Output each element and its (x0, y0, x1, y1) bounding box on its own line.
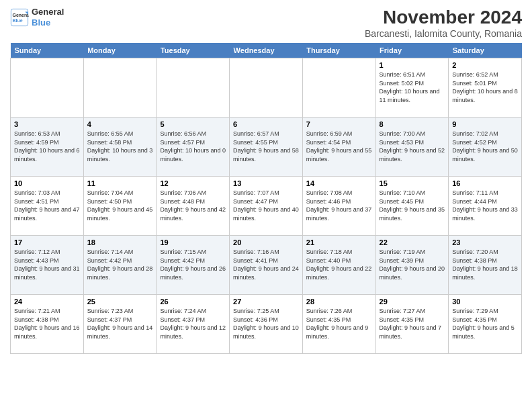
day-number-1-3: 6 (233, 120, 299, 128)
day-info-2-4: Sunrise: 7:08 AM Sunset: 4:46 PM Dayligh… (306, 189, 372, 222)
day-number-4-2: 26 (160, 298, 226, 306)
header-thursday: Thursday (302, 43, 375, 58)
calendar-cell-3-6: 23Sunrise: 7:20 AM Sunset: 4:38 PM Dayli… (449, 236, 522, 295)
day-number-3-5: 22 (380, 238, 445, 246)
calendar-header: Sunday Monday Tuesday Wednesday Thursday… (11, 43, 522, 58)
svg-text:General: General (13, 12, 30, 17)
day-info-2-1: Sunrise: 7:04 AM Sunset: 4:50 PM Dayligh… (87, 189, 153, 222)
day-info-1-3: Sunrise: 6:57 AM Sunset: 4:55 PM Dayligh… (233, 130, 299, 163)
calendar-cell-2-4: 14Sunrise: 7:08 AM Sunset: 4:46 PM Dayli… (302, 177, 375, 236)
header-tuesday: Tuesday (157, 43, 230, 58)
day-info-0-5: Sunrise: 6:51 AM Sunset: 5:02 PM Dayligh… (380, 71, 445, 104)
header-saturday: Saturday (449, 43, 522, 58)
day-number-4-3: 27 (233, 298, 299, 306)
calendar-cell-0-3 (230, 58, 303, 118)
week-row-2: 10Sunrise: 7:03 AM Sunset: 4:51 PM Dayli… (11, 177, 522, 236)
day-info-4-1: Sunrise: 7:23 AM Sunset: 4:37 PM Dayligh… (87, 307, 153, 340)
calendar-cell-2-3: 13Sunrise: 7:07 AM Sunset: 4:47 PM Dayli… (230, 177, 303, 236)
day-info-1-0: Sunrise: 6:53 AM Sunset: 4:59 PM Dayligh… (14, 130, 80, 163)
day-number-2-2: 12 (160, 179, 226, 187)
header-row: Sunday Monday Tuesday Wednesday Thursday… (11, 43, 522, 58)
calendar-cell-3-0: 17Sunrise: 7:12 AM Sunset: 4:43 PM Dayli… (11, 236, 84, 295)
calendar-cell-1-1: 4Sunrise: 6:55 AM Sunset: 4:58 PM Daylig… (83, 118, 157, 177)
calendar-cell-4-1: 25Sunrise: 7:23 AM Sunset: 4:37 PM Dayli… (83, 295, 157, 354)
calendar-cell-1-3: 6Sunrise: 6:57 AM Sunset: 4:55 PM Daylig… (230, 118, 303, 177)
day-info-4-3: Sunrise: 7:25 AM Sunset: 4:36 PM Dayligh… (233, 307, 299, 340)
day-info-3-6: Sunrise: 7:20 AM Sunset: 4:38 PM Dayligh… (452, 248, 518, 281)
header-sunday: Sunday (11, 43, 84, 58)
day-number-1-5: 8 (380, 120, 445, 128)
svg-text:Blue: Blue (13, 18, 23, 23)
calendar-cell-1-6: 9Sunrise: 7:02 AM Sunset: 4:52 PM Daylig… (449, 118, 522, 177)
calendar-cell-4-0: 24Sunrise: 7:21 AM Sunset: 4:38 PM Dayli… (11, 295, 84, 354)
day-info-2-6: Sunrise: 7:11 AM Sunset: 4:44 PM Dayligh… (452, 189, 518, 222)
calendar-cell-0-1 (83, 58, 157, 118)
day-info-3-3: Sunrise: 7:16 AM Sunset: 4:41 PM Dayligh… (233, 248, 299, 281)
day-info-4-5: Sunrise: 7:27 AM Sunset: 4:35 PM Dayligh… (380, 307, 445, 340)
calendar-cell-2-0: 10Sunrise: 7:03 AM Sunset: 4:51 PM Dayli… (11, 177, 84, 236)
day-number-4-1: 25 (87, 298, 153, 306)
day-number-0-6: 2 (452, 61, 518, 69)
day-number-1-0: 3 (14, 120, 80, 128)
day-number-3-0: 17 (14, 238, 80, 246)
calendar-cell-4-4: 28Sunrise: 7:26 AM Sunset: 4:35 PM Dayli… (302, 295, 375, 354)
week-row-1: 3Sunrise: 6:53 AM Sunset: 4:59 PM Daylig… (11, 118, 522, 177)
day-number-3-1: 18 (87, 238, 153, 246)
header-friday: Friday (375, 43, 449, 58)
day-number-2-5: 15 (380, 179, 445, 187)
day-number-4-4: 28 (306, 298, 372, 306)
calendar-cell-2-2: 12Sunrise: 7:06 AM Sunset: 4:48 PM Dayli… (157, 177, 230, 236)
calendar-cell-0-2 (157, 58, 230, 118)
calendar-cell-3-3: 20Sunrise: 7:16 AM Sunset: 4:41 PM Dayli… (230, 236, 303, 295)
header-monday: Monday (83, 43, 157, 58)
day-info-3-5: Sunrise: 7:19 AM Sunset: 4:39 PM Dayligh… (380, 248, 445, 281)
calendar-cell-2-6: 16Sunrise: 7:11 AM Sunset: 4:44 PM Dayli… (449, 177, 522, 236)
calendar-cell-1-0: 3Sunrise: 6:53 AM Sunset: 4:59 PM Daylig… (11, 118, 84, 177)
calendar-cell-4-2: 26Sunrise: 7:24 AM Sunset: 4:37 PM Dayli… (157, 295, 230, 354)
day-info-2-0: Sunrise: 7:03 AM Sunset: 4:51 PM Dayligh… (14, 189, 80, 222)
day-info-3-2: Sunrise: 7:15 AM Sunset: 4:42 PM Dayligh… (160, 248, 226, 281)
week-row-4: 24Sunrise: 7:21 AM Sunset: 4:38 PM Dayli… (11, 295, 522, 354)
day-info-4-2: Sunrise: 7:24 AM Sunset: 4:37 PM Dayligh… (160, 307, 226, 340)
header: General Blue General Blue November 2024 … (10, 7, 522, 39)
calendar-cell-2-5: 15Sunrise: 7:10 AM Sunset: 4:45 PM Dayli… (375, 177, 449, 236)
calendar-cell-4-5: 29Sunrise: 7:27 AM Sunset: 4:35 PM Dayli… (375, 295, 449, 354)
day-info-4-6: Sunrise: 7:29 AM Sunset: 4:35 PM Dayligh… (452, 307, 518, 340)
day-number-2-6: 16 (452, 179, 518, 187)
day-number-0-5: 1 (380, 61, 445, 69)
day-info-1-1: Sunrise: 6:55 AM Sunset: 4:58 PM Dayligh… (87, 130, 153, 163)
day-info-1-2: Sunrise: 6:56 AM Sunset: 4:57 PM Dayligh… (160, 130, 226, 163)
calendar-cell-4-3: 27Sunrise: 7:25 AM Sunset: 4:36 PM Dayli… (230, 295, 303, 354)
day-number-1-2: 5 (160, 120, 226, 128)
day-info-0-6: Sunrise: 6:52 AM Sunset: 5:01 PM Dayligh… (452, 71, 518, 104)
day-number-4-0: 24 (14, 298, 80, 306)
week-row-3: 17Sunrise: 7:12 AM Sunset: 4:43 PM Dayli… (11, 236, 522, 295)
day-info-3-1: Sunrise: 7:14 AM Sunset: 4:42 PM Dayligh… (87, 248, 153, 281)
calendar-cell-3-4: 21Sunrise: 7:18 AM Sunset: 4:40 PM Dayli… (302, 236, 375, 295)
day-number-3-2: 19 (160, 238, 226, 246)
page: General Blue General Blue November 2024 … (0, 0, 532, 411)
day-number-2-1: 11 (87, 179, 153, 187)
calendar-cell-0-4 (302, 58, 375, 118)
day-info-4-4: Sunrise: 7:26 AM Sunset: 4:35 PM Dayligh… (306, 307, 372, 340)
header-wednesday: Wednesday (230, 43, 303, 58)
day-info-3-4: Sunrise: 7:18 AM Sunset: 4:40 PM Dayligh… (306, 248, 372, 281)
logo-general: General (32, 7, 64, 17)
day-info-3-0: Sunrise: 7:12 AM Sunset: 4:43 PM Dayligh… (14, 248, 80, 281)
day-info-2-5: Sunrise: 7:10 AM Sunset: 4:45 PM Dayligh… (380, 189, 445, 222)
logo-blue: Blue (32, 17, 64, 28)
day-info-4-0: Sunrise: 7:21 AM Sunset: 4:38 PM Dayligh… (14, 307, 80, 340)
day-number-4-5: 29 (380, 298, 445, 306)
calendar-cell-1-5: 8Sunrise: 7:00 AM Sunset: 4:53 PM Daylig… (375, 118, 449, 177)
calendar-cell-0-5: 1Sunrise: 6:51 AM Sunset: 5:02 PM Daylig… (375, 58, 449, 118)
svg-rect-0 (11, 9, 28, 26)
day-number-2-3: 13 (233, 179, 299, 187)
day-number-3-6: 23 (452, 238, 518, 246)
day-info-1-5: Sunrise: 7:00 AM Sunset: 4:53 PM Dayligh… (380, 130, 445, 163)
calendar-cell-1-4: 7Sunrise: 6:59 AM Sunset: 4:54 PM Daylig… (302, 118, 375, 177)
day-number-3-4: 21 (306, 238, 372, 246)
calendar-cell-4-6: 30Sunrise: 7:29 AM Sunset: 4:35 PM Dayli… (449, 295, 522, 354)
day-info-1-6: Sunrise: 7:02 AM Sunset: 4:52 PM Dayligh… (452, 130, 518, 163)
logo: General Blue General Blue (10, 7, 64, 28)
calendar-cell-0-0 (11, 58, 84, 118)
